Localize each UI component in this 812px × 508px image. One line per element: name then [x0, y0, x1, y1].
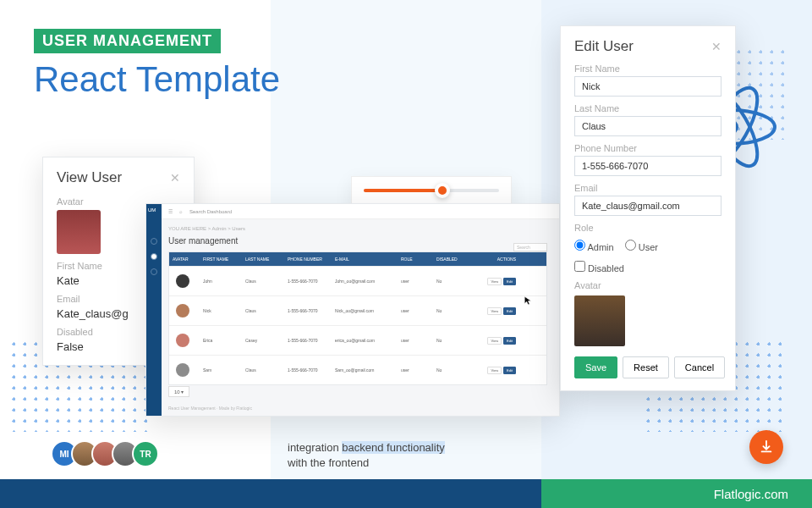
last-name-label: Last Name — [574, 103, 721, 113]
email-label: Email — [574, 183, 721, 193]
view-button[interactable]: View — [487, 278, 502, 285]
view-button[interactable]: View — [487, 367, 502, 374]
nav-item[interactable] — [151, 238, 157, 245]
table-row: SamClaus1-555-666-7070Sam_oo@gmail.comus… — [169, 355, 546, 384]
download-button[interactable] — [749, 430, 783, 464]
table-row: JohnClaus1-555-666-7070John_oo@gmail.com… — [169, 266, 546, 295]
breadcrumb: YOU ARE HERE > Admin > Users — [168, 226, 245, 231]
app-logo: UM — [146, 204, 157, 216]
sidebar: UM — [146, 204, 162, 416]
disabled-checkbox[interactable]: Disabled — [574, 263, 624, 273]
view-button[interactable]: View — [487, 337, 502, 345]
page-title: User management — [168, 236, 238, 246]
table-row: NickClaus1-555-666-7070Nick_oo@gmail.com… — [169, 295, 546, 325]
close-icon[interactable]: ✕ — [170, 171, 180, 185]
menu-icon[interactable]: ☰ — [168, 208, 173, 214]
first-name-label: First Name — [574, 64, 721, 74]
avatar: TR — [132, 440, 159, 467]
edit-button[interactable]: Edit — [503, 307, 516, 315]
reset-button[interactable]: Reset — [623, 356, 669, 378]
dashboard-window: UM ☰ ⌕ Search Dashboard YOU ARE HERE > A… — [145, 203, 560, 417]
hero-badge: USER MANAGEMENT — [34, 29, 221, 53]
nav-item-active[interactable] — [151, 253, 157, 260]
search-icon[interactable]: ⌕ — [179, 209, 183, 214]
topbar: ☰ ⌕ Search Dashboard — [162, 204, 559, 219]
save-button[interactable]: Save — [574, 356, 617, 378]
edit-button[interactable]: Edit — [503, 278, 516, 285]
last-name-field[interactable] — [574, 116, 721, 136]
view-user-title: View User — [57, 169, 122, 186]
edit-button[interactable]: Edit — [503, 337, 516, 345]
role-admin-radio[interactable]: Admin — [574, 242, 614, 252]
phone-label: Phone Number — [574, 143, 721, 153]
close-icon[interactable]: ✕ — [711, 40, 721, 53]
avatar-label: Avatar — [574, 280, 721, 290]
view-button[interactable]: View — [487, 307, 502, 315]
avatar-image[interactable] — [574, 295, 625, 346]
slider-thumb[interactable] — [435, 183, 450, 198]
role-label: Role — [574, 223, 721, 233]
search-placeholder[interactable]: Search Dashboard — [189, 209, 232, 214]
dashboard-footer: React User Management · Made by Flatlogi… — [168, 406, 252, 411]
email-field[interactable] — [574, 196, 721, 216]
slider-control[interactable] — [351, 176, 512, 205]
edit-user-panel: Edit User ✕ First Name Last Name Phone N… — [560, 25, 736, 391]
cancel-button[interactable]: Cancel — [674, 356, 725, 378]
avatar-stack: MI TR — [51, 440, 159, 467]
hero-title: React Template — [34, 59, 280, 100]
nav-item[interactable] — [151, 268, 157, 275]
users-table: AVATAR FIRST NAME LAST NAME PHONE NUMBER… — [168, 251, 547, 385]
footer-bar: Flatlogic.com — [0, 479, 812, 508]
caption-text: integration backend functionality with t… — [288, 440, 445, 471]
role-user-radio[interactable]: User — [625, 242, 658, 252]
avatar-image — [57, 210, 101, 254]
search-input[interactable]: Search — [513, 243, 547, 251]
first-name-field[interactable] — [574, 76, 721, 97]
brand-label: Flatlogic.com — [541, 479, 812, 508]
phone-field[interactable] — [574, 156, 721, 176]
edit-button[interactable]: Edit — [503, 367, 516, 374]
table-header: AVATAR FIRST NAME LAST NAME PHONE NUMBER… — [169, 252, 546, 266]
page-size-select[interactable]: 10 ▾ — [168, 386, 189, 397]
table-row: EricaCasey1-555-666-7070erica_oo@gmail.c… — [169, 325, 546, 355]
download-icon — [759, 439, 774, 455]
edit-user-title: Edit User — [574, 38, 634, 55]
